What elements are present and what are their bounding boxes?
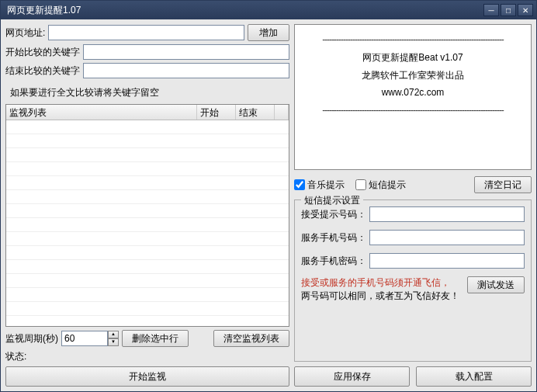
delete-selected-button[interactable]: 删除选中行 [122,330,189,347]
grid-body[interactable] [6,120,289,326]
right-bottom-row: 应用保存 载入配置 [294,366,532,387]
period-input[interactable] [61,331,108,346]
dash-bottom: ----------------------------------------… [301,102,525,120]
start-kw-label: 开始比较的关键字 [5,46,80,59]
info-line1: 网页更新提醒Beat v1.07 [301,49,525,67]
music-check-label: 音乐提示 [307,179,345,192]
clear-list-button[interactable]: 清空监视列表 [213,330,289,347]
svc-phone-label: 服务手机号码： [301,231,366,245]
recv-row: 接受提示号码： [301,206,525,222]
spin-down-icon[interactable]: ▼ [108,338,119,346]
grid-col-end[interactable]: 结束 [236,105,275,120]
sms-check-label: 短信提示 [369,179,406,192]
status-label: 状态: [5,350,26,363]
status-row: 状态: [5,350,289,363]
info-line2: 龙腾软件工作室荣誉出品 [301,67,525,85]
load-config-button[interactable]: 载入配置 [416,366,532,387]
grid-col-spacer [275,105,289,120]
recv-input[interactable] [369,206,525,222]
close-button[interactable]: ✕ [518,4,533,16]
period-row: 监视周期(秒) ▲ ▼ 删除选中行 清空监视列表 [5,330,289,347]
url-input[interactable] [48,25,244,40]
sms-note-rest: 两号码可以相同，或者互为飞信好友！ [301,290,459,301]
start-watch-button[interactable]: 开始监视 [5,366,289,387]
sms-checkbox[interactable] [355,179,366,190]
end-kw-row: 结束比较的关键字 [5,63,289,78]
window-title: 网页更新提醒1.07 [7,4,483,17]
clear-log-button[interactable]: 清空日记 [474,176,532,193]
titlebar-buttons: ─ □ ✕ [483,4,533,16]
left-panel: 网页地址: 增加 开始比较的关键字 结束比较的关键字 如果要进行全文比较请将关键… [5,24,289,387]
start-kw-row: 开始比较的关键字 [5,44,289,60]
grid-col-start[interactable]: 开始 [197,105,236,120]
svc-phone-input[interactable] [369,230,525,245]
info-box: ----------------------------------------… [294,24,532,170]
kw-hint: 如果要进行全文比较请将关键字留空 [5,82,289,101]
svc-pwd-input[interactable] [369,253,525,269]
svc-pwd-row: 服务手机密码： [301,253,525,269]
svc-phone-row: 服务手机号码： [301,230,525,245]
grid-col-list[interactable]: 监视列表 [6,105,197,120]
add-button[interactable]: 增加 [248,24,289,41]
end-kw-input[interactable] [83,63,289,78]
recv-label: 接受提示号码： [301,208,366,221]
sms-note: 接受或服务的手机号码须开通飞信， 两号码可以相同，或者互为飞信好友！ [301,276,464,303]
test-send-button[interactable]: 测试发送 [467,276,525,293]
period-label: 监视周期(秒) [5,332,58,345]
apply-save-button[interactable]: 应用保存 [294,366,410,387]
client-area: 网页地址: 增加 开始比较的关键字 结束比较的关键字 如果要进行全文比较请将关键… [1,19,536,391]
sms-settings-legend: 短信提示设置 [301,194,363,207]
music-check[interactable]: 音乐提示 [294,179,345,192]
dash-top: ----------------------------------------… [301,31,525,49]
url-row: 网页地址: 增加 [5,24,289,41]
watch-grid[interactable]: 监视列表 开始 结束 [5,104,289,327]
start-kw-input[interactable] [83,44,289,60]
end-kw-label: 结束比较的关键字 [5,64,80,78]
url-label: 网页地址: [5,26,45,40]
sms-check[interactable]: 短信提示 [355,179,406,192]
minimize-button[interactable]: ─ [483,4,499,16]
svc-pwd-label: 服务手机密码： [301,255,366,268]
check-row: 音乐提示 短信提示 清空日记 [294,175,532,195]
spin-up-icon[interactable]: ▲ [108,331,119,338]
right-panel: ----------------------------------------… [294,24,532,387]
period-spinner[interactable]: ▲ ▼ [61,331,119,346]
left-bottom: 监视周期(秒) ▲ ▼ 删除选中行 清空监视列表 状态: [5,330,289,387]
sms-settings-fieldset: 短信提示设置 接受提示号码： 服务手机号码： 服务手机密码： 接受或服务的手机号… [294,199,532,362]
grid-header: 监视列表 开始 结束 [6,105,289,120]
app-window: 网页更新提醒1.07 ─ □ ✕ 网页地址: 增加 开始比较的关键字 结束比较的… [0,0,537,392]
note-row: 接受或服务的手机号码须开通飞信， 两号码可以相同，或者互为飞信好友！ 测试发送 [301,276,525,303]
sms-note-red: 接受或服务的手机号码须开通飞信， [301,277,450,288]
titlebar[interactable]: 网页更新提醒1.07 ─ □ ✕ [1,1,536,19]
music-checkbox[interactable] [294,179,305,190]
info-line3: www.072c.com [301,84,525,102]
maximize-button[interactable]: □ [501,4,516,16]
